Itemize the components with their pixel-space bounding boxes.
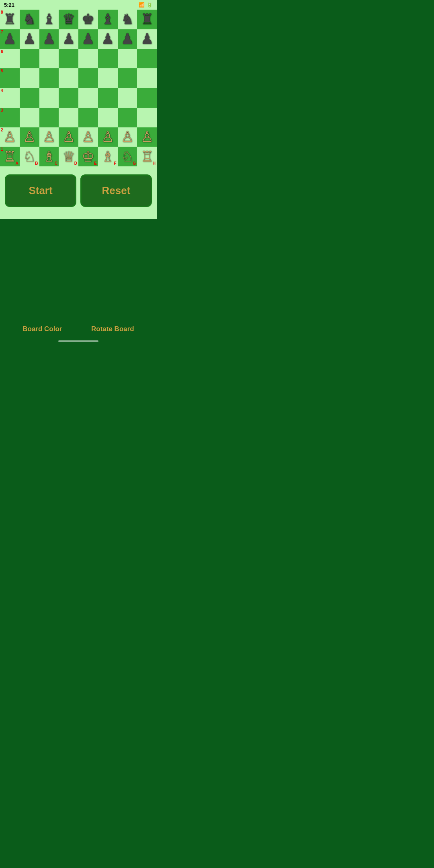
piece-1B — [23, 149, 36, 164]
row-label-3: 3 — [1, 108, 3, 113]
cell-2E[interactable] — [78, 127, 98, 147]
cell-7F[interactable] — [98, 29, 118, 49]
buttons-area: Start Reset — [0, 166, 157, 215]
cell-2F[interactable] — [98, 127, 118, 147]
cell-4B[interactable] — [20, 88, 39, 108]
cell-3E[interactable] — [78, 108, 98, 127]
cell-6A[interactable]: 6 — [0, 49, 20, 69]
cell-5H[interactable] — [137, 68, 157, 88]
cell-8A[interactable]: 8 — [0, 10, 20, 29]
cell-6C[interactable] — [39, 49, 59, 69]
cell-4E[interactable] — [78, 88, 98, 108]
piece-8H — [141, 12, 154, 27]
col-label-G: G — [133, 162, 136, 166]
battery-icon: 🔋 — [147, 2, 153, 8]
piece-7B — [23, 32, 36, 46]
cell-1B[interactable]: B — [20, 147, 39, 166]
col-label-D: D — [74, 162, 77, 166]
cell-6E[interactable] — [78, 49, 98, 69]
cell-5G[interactable] — [118, 68, 137, 88]
cell-8D[interactable] — [59, 10, 78, 29]
nav-bar — [0, 337, 157, 344]
col-label-E: E — [94, 162, 97, 166]
cell-8B[interactable] — [20, 10, 39, 29]
cell-5B[interactable] — [20, 68, 39, 88]
piece-8G — [121, 12, 134, 27]
cell-4G[interactable] — [118, 88, 137, 108]
cell-2G[interactable] — [118, 127, 137, 147]
cell-3A[interactable]: 3 — [0, 108, 20, 127]
cell-1C[interactable]: C — [39, 147, 59, 166]
bottom-panel: Board Color Rotate Board — [0, 219, 157, 356]
piece-8D — [62, 12, 75, 27]
cell-6B[interactable] — [20, 49, 39, 69]
cell-3B[interactable] — [20, 108, 39, 127]
piece-2D — [62, 130, 75, 144]
cell-4F[interactable] — [98, 88, 118, 108]
cell-2B[interactable] — [20, 127, 39, 147]
cell-2D[interactable] — [59, 127, 78, 147]
cell-5A[interactable]: 5 — [0, 68, 20, 88]
piece-2C — [43, 130, 55, 144]
cell-6H[interactable] — [137, 49, 157, 69]
cell-5E[interactable] — [78, 68, 98, 88]
piece-7H — [141, 32, 154, 46]
cell-7D[interactable] — [59, 29, 78, 49]
row-label-1: 1 — [1, 147, 3, 151]
cell-3G[interactable] — [118, 108, 137, 127]
cell-4D[interactable] — [59, 88, 78, 108]
cell-1H[interactable]: H — [137, 147, 157, 166]
cell-1G[interactable]: G — [118, 147, 137, 166]
cell-1A[interactable]: 1A — [0, 147, 20, 166]
cell-6G[interactable] — [118, 49, 137, 69]
nav-indicator — [58, 340, 98, 342]
col-label-B: B — [35, 162, 38, 166]
cell-3F[interactable] — [98, 108, 118, 127]
cell-2A[interactable]: 2 — [0, 127, 20, 147]
row-label-8: 8 — [1, 10, 3, 14]
piece-7D — [62, 32, 75, 46]
cell-1D[interactable]: D — [59, 147, 78, 166]
piece-8B — [23, 12, 36, 27]
cell-7B[interactable] — [20, 29, 39, 49]
cell-7C[interactable] — [39, 29, 59, 49]
cell-1F[interactable]: F — [98, 147, 118, 166]
cell-4H[interactable] — [137, 88, 157, 108]
piece-1G — [121, 149, 134, 164]
cell-3D[interactable] — [59, 108, 78, 127]
cell-7A[interactable]: 7 — [0, 29, 20, 49]
cell-4A[interactable]: 4 — [0, 88, 20, 108]
cell-3C[interactable] — [39, 108, 59, 127]
piece-7F — [101, 32, 114, 46]
cell-8H[interactable] — [137, 10, 157, 29]
cell-7G[interactable] — [118, 29, 137, 49]
start-button[interactable]: Start — [5, 174, 76, 207]
cell-3H[interactable] — [137, 108, 157, 127]
col-label-A: A — [16, 162, 18, 166]
board-color-button[interactable]: Board Color — [23, 325, 62, 333]
col-label-H: H — [153, 162, 156, 166]
cell-5F[interactable] — [98, 68, 118, 88]
piece-1H — [141, 149, 154, 164]
cell-6D[interactable] — [59, 49, 78, 69]
signal-icon: 📶 — [139, 2, 145, 8]
cell-1E[interactable]: E — [78, 147, 98, 166]
cell-8C[interactable] — [39, 10, 59, 29]
reset-button[interactable]: Reset — [80, 174, 152, 207]
cell-2C[interactable] — [39, 127, 59, 147]
cell-5C[interactable] — [39, 68, 59, 88]
piece-2E — [82, 130, 94, 144]
cell-6F[interactable] — [98, 49, 118, 69]
cell-2H[interactable] — [137, 127, 157, 147]
row-label-6: 6 — [1, 50, 3, 54]
chess-board[interactable]: 87654321ABCDEFGH — [0, 10, 157, 166]
cell-4C[interactable] — [39, 88, 59, 108]
cell-7H[interactable] — [137, 29, 157, 49]
cell-8G[interactable] — [118, 10, 137, 29]
cell-5D[interactable] — [59, 68, 78, 88]
cell-8F[interactable] — [98, 10, 118, 29]
cell-7E[interactable] — [78, 29, 98, 49]
piece-7C — [43, 32, 55, 46]
rotate-board-button[interactable]: Rotate Board — [91, 325, 134, 333]
cell-8E[interactable] — [78, 10, 98, 29]
